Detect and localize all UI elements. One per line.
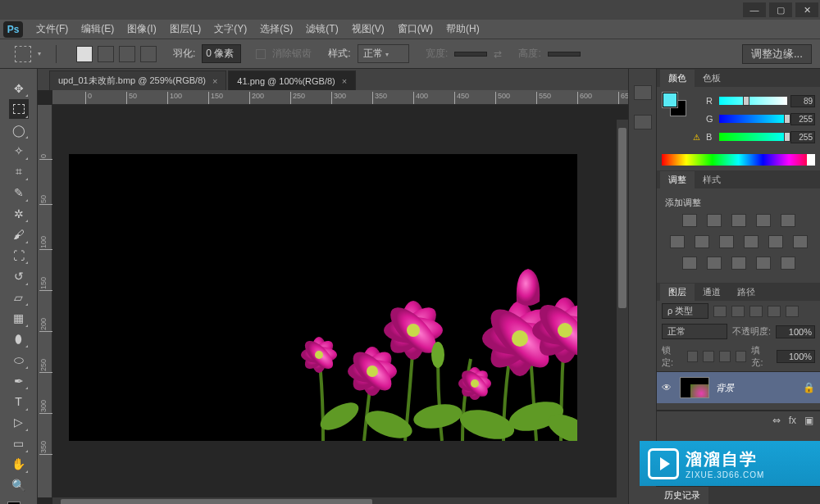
adj-posterize-icon[interactable] [707, 257, 722, 270]
adj-exposure-icon[interactable] [756, 214, 771, 227]
menu-image[interactable]: 图像(I) [121, 20, 162, 38]
menu-help[interactable]: 帮助(H) [440, 20, 486, 38]
adj-invert-icon[interactable] [682, 257, 697, 270]
layer-fx-icon[interactable]: fx [789, 415, 796, 426]
layer-item[interactable]: 👁 背景 🔒 [657, 372, 820, 403]
tab-color[interactable]: 颜色 [660, 70, 695, 87]
b-slider[interactable] [719, 133, 787, 141]
blur-tool[interactable]: ⬮ [9, 329, 29, 348]
color-swatch-pair[interactable] [662, 92, 686, 116]
tab-history[interactable]: 历史记录 [656, 487, 708, 504]
filter-adjust-icon[interactable] [731, 306, 745, 317]
vertical-scrollbar[interactable] [617, 120, 628, 497]
r-slider[interactable] [719, 97, 787, 105]
close-button[interactable]: ✕ [795, 2, 818, 17]
gamut-warning-icon[interactable]: ⚠ [693, 133, 703, 142]
adj-levels-icon[interactable] [707, 214, 722, 227]
shape-tool[interactable]: ▭ [9, 434, 29, 452]
filter-shape-icon[interactable] [768, 306, 781, 317]
adj-brightness-icon[interactable] [682, 214, 697, 227]
dodge-tool[interactable]: ⬭ [9, 350, 29, 369]
close-tab-icon[interactable]: × [212, 76, 217, 86]
filter-type-icon[interactable] [749, 306, 763, 317]
tab-channels[interactable]: 通道 [695, 284, 729, 301]
ruler-vertical[interactable]: 0 50 100 150 200 250 300 350 [38, 105, 52, 497]
adj-balance-icon[interactable] [695, 235, 709, 248]
menu-edit[interactable]: 编辑(E) [75, 20, 121, 38]
canvas[interactable] [69, 154, 577, 441]
tab-styles[interactable]: 样式 [695, 171, 729, 188]
lasso-tool[interactable]: ◯ [9, 120, 29, 139]
marquee-tool-icon[interactable] [15, 46, 31, 62]
close-tab-icon[interactable]: × [342, 76, 347, 86]
gradient-tool[interactable]: ▦ [9, 308, 29, 327]
selection-subtract-button[interactable] [119, 46, 135, 62]
horizontal-scrollbar[interactable] [52, 497, 628, 504]
selection-intersect-button[interactable] [140, 46, 157, 62]
visibility-icon[interactable]: 👁 [662, 382, 673, 393]
tool-dropdown-icon[interactable]: ▾ [38, 50, 44, 57]
adj-photofilter-icon[interactable] [744, 235, 758, 248]
collapsed-panel-icon[interactable] [634, 85, 652, 100]
marquee-tool[interactable] [9, 99, 29, 118]
r-value[interactable]: 89 [790, 95, 815, 107]
zoom-tool[interactable]: 🔍 [9, 475, 29, 494]
opacity-value[interactable]: 100% [776, 325, 815, 338]
menu-filter[interactable]: 滤镜(T) [299, 20, 344, 38]
history-brush-tool[interactable]: ↺ [9, 266, 29, 285]
blend-mode-select[interactable]: 正常 [662, 324, 727, 339]
path-select-tool[interactable]: ▷ [9, 413, 29, 432]
selection-new-button[interactable] [76, 46, 93, 62]
color-ramp[interactable] [662, 154, 815, 166]
tab-paths[interactable]: 路径 [729, 284, 763, 301]
eyedropper-tool[interactable]: ✎ [9, 183, 29, 202]
move-tool[interactable]: ✥ [9, 79, 29, 98]
brush-tool[interactable]: 🖌 [9, 225, 29, 243]
adj-channelmixer-icon[interactable] [768, 235, 783, 248]
tab-layers[interactable]: 图层 [660, 284, 695, 301]
pen-tool[interactable]: ✒ [9, 371, 29, 390]
document-tab[interactable]: 41.png @ 100%(RGB/8) × [228, 70, 356, 90]
maximize-button[interactable]: ▢ [769, 2, 792, 17]
menu-file[interactable]: 文件(F) [30, 20, 75, 38]
minimize-button[interactable]: — [743, 2, 766, 17]
menu-select[interactable]: 选择(S) [253, 20, 299, 38]
menu-type[interactable]: 文字(Y) [207, 20, 253, 38]
ruler-horizontal[interactable]: 0 50 100 150 200 250 300 350 400 450 500… [52, 90, 628, 105]
crop-tool[interactable]: ⌗ [9, 162, 29, 181]
style-select[interactable]: 正常 ▾ [358, 44, 409, 63]
adj-curves-icon[interactable] [731, 214, 746, 227]
menu-window[interactable]: 窗口(W) [391, 20, 440, 38]
layer-thumbnail[interactable] [680, 377, 709, 398]
lock-all-icon[interactable] [736, 351, 747, 362]
lock-transparency-icon[interactable] [687, 351, 699, 362]
b-value[interactable]: 255 [790, 131, 815, 143]
adj-threshold-icon[interactable] [731, 257, 746, 270]
hand-tool[interactable]: ✋ [9, 455, 29, 474]
selection-add-button[interactable] [98, 46, 114, 62]
layer-name[interactable]: 背景 [716, 382, 796, 394]
adj-selective-icon[interactable] [781, 257, 795, 270]
lock-position-icon[interactable] [719, 351, 731, 362]
feather-input[interactable]: 0 像素 [202, 44, 241, 63]
g-slider[interactable] [719, 115, 787, 123]
healing-brush-tool[interactable]: ✲ [9, 204, 29, 223]
tab-adjustments[interactable]: 调整 [660, 171, 695, 188]
antialias-checkbox[interactable] [256, 49, 266, 59]
layer-filter-kind[interactable]: ρ 类型 [662, 303, 708, 319]
adj-bw-icon[interactable] [719, 235, 734, 248]
magic-wand-tool[interactable]: ✧ [9, 141, 29, 160]
g-value[interactable]: 255 [790, 113, 815, 125]
menu-view[interactable]: 视图(V) [345, 20, 391, 38]
eraser-tool[interactable]: ▱ [9, 288, 29, 306]
document-tab[interactable]: upd_01未改前.bmp @ 259%(RGB/8) × [49, 70, 226, 90]
type-tool[interactable]: T [9, 392, 29, 411]
filter-smart-icon[interactable] [786, 306, 799, 317]
adj-colorlookup-icon[interactable] [793, 235, 808, 248]
layer-mask-icon[interactable]: ▣ [804, 415, 813, 426]
lock-pixels-icon[interactable] [703, 351, 714, 362]
adj-hue-icon[interactable] [670, 235, 685, 248]
fg-color-swatch[interactable] [662, 92, 678, 108]
collapsed-panel-icon[interactable] [634, 115, 652, 129]
tab-swatches[interactable]: 色板 [695, 70, 729, 87]
